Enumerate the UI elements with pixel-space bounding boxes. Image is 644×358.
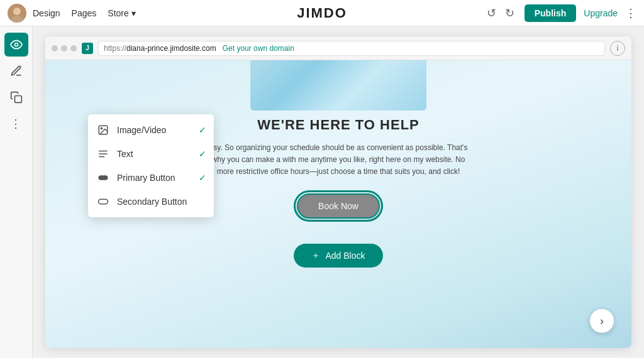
store-nav-link[interactable]: Store ▾ bbox=[108, 8, 135, 18]
browser-favicon: J bbox=[82, 43, 93, 54]
dropdown-item-text-label: Text bbox=[117, 149, 133, 159]
browser-container: J https:// diana-prince.jimdosite.com Ge… bbox=[33, 26, 644, 358]
site-heading: WE'RE HERE TO HELP bbox=[257, 117, 419, 133]
add-block-button[interactable]: ＋ Add Block bbox=[294, 244, 382, 268]
undo-redo-group: ↺ ↻ bbox=[484, 5, 517, 21]
browser-bar: J https:// diana-prince.jimdosite.com Ge… bbox=[45, 36, 631, 60]
sidebar-eye-icon[interactable] bbox=[4, 33, 28, 57]
scroll-right-arrow[interactable]: › bbox=[590, 309, 614, 333]
text-check: ✓ bbox=[199, 149, 206, 159]
dropdown-item-text[interactable]: Text ✓ bbox=[88, 142, 214, 166]
dropdown-item-secondary-button-label: Secondary Button bbox=[117, 197, 187, 207]
left-sidebar: ⋮ bbox=[0, 26, 33, 358]
secondary-button-icon bbox=[97, 195, 109, 208]
browser-dot-3 bbox=[70, 45, 77, 52]
sidebar-pen-icon[interactable] bbox=[4, 59, 28, 83]
image-video-check: ✓ bbox=[199, 125, 206, 135]
dropdown-item-image-video-label: Image/Video bbox=[117, 125, 166, 135]
browser-dot-2 bbox=[61, 45, 67, 52]
dropdown-item-primary-button[interactable]: Primary Button ✓ bbox=[88, 166, 214, 190]
browser-info-button[interactable]: i bbox=[610, 41, 625, 56]
upgrade-link[interactable]: Upgrade bbox=[584, 8, 618, 18]
url-https: https:// bbox=[104, 44, 126, 53]
get-own-domain-link[interactable]: Get your own domain bbox=[223, 44, 294, 53]
sidebar-copy-icon[interactable] bbox=[4, 85, 28, 109]
publish-button[interactable]: Publish bbox=[525, 4, 577, 22]
plus-icon: ＋ bbox=[311, 250, 320, 261]
dropdown-item-secondary-button[interactable]: Secondary Button bbox=[88, 190, 214, 214]
image-video-icon bbox=[97, 124, 109, 136]
svg-point-3 bbox=[14, 43, 18, 46]
redo-button[interactable]: ↻ bbox=[502, 5, 517, 21]
browser-url-bar[interactable]: https:// diana-prince.jimdosite.com Get … bbox=[98, 41, 605, 56]
svg-rect-10 bbox=[99, 175, 108, 180]
dropdown-item-primary-button-label: Primary Button bbox=[117, 173, 175, 183]
chevron-down-icon: ▾ bbox=[131, 8, 136, 18]
add-block-area: ＋ Add Block bbox=[294, 244, 382, 268]
svg-point-1 bbox=[13, 8, 21, 15]
primary-button-check: ✓ bbox=[199, 173, 206, 183]
main-area: ⋮ J https:// diana-prince.jimdosite.com … bbox=[0, 26, 644, 358]
svg-point-6 bbox=[101, 127, 102, 129]
site-body-text: usy. So organizing your schedule should … bbox=[206, 142, 470, 178]
undo-button[interactable]: ↺ bbox=[484, 5, 499, 21]
browser-dots bbox=[52, 45, 77, 52]
avatar[interactable] bbox=[8, 4, 26, 23]
jimdo-logo: JIMDO bbox=[297, 5, 347, 21]
browser-dot-1 bbox=[52, 45, 58, 52]
nav-right-actions: ↺ ↻ Publish Upgrade ⋮ bbox=[484, 4, 636, 22]
svg-rect-4 bbox=[14, 96, 21, 103]
primary-button-icon bbox=[97, 171, 109, 184]
top-navigation: Design Pages Store ▾ JIMDO ↺ ↻ Publish U… bbox=[0, 0, 644, 26]
sidebar-more-icon[interactable]: ⋮ bbox=[4, 112, 28, 136]
pages-nav-link[interactable]: Pages bbox=[72, 8, 97, 18]
text-icon bbox=[97, 148, 109, 160]
url-domain: diana-prince.jimdosite.com bbox=[126, 44, 216, 53]
book-now-button[interactable]: Book Now bbox=[297, 193, 380, 219]
dropdown-item-image-video[interactable]: Image/Video ✓ bbox=[88, 118, 214, 142]
svg-rect-11 bbox=[99, 199, 108, 204]
dropdown-menu: Image/Video ✓ Text ✓ bbox=[88, 114, 214, 217]
design-nav-link[interactable]: Design bbox=[33, 8, 60, 18]
nav-links: Design Pages Store ▾ bbox=[33, 8, 136, 18]
more-options-button[interactable]: ⋮ bbox=[625, 6, 636, 20]
